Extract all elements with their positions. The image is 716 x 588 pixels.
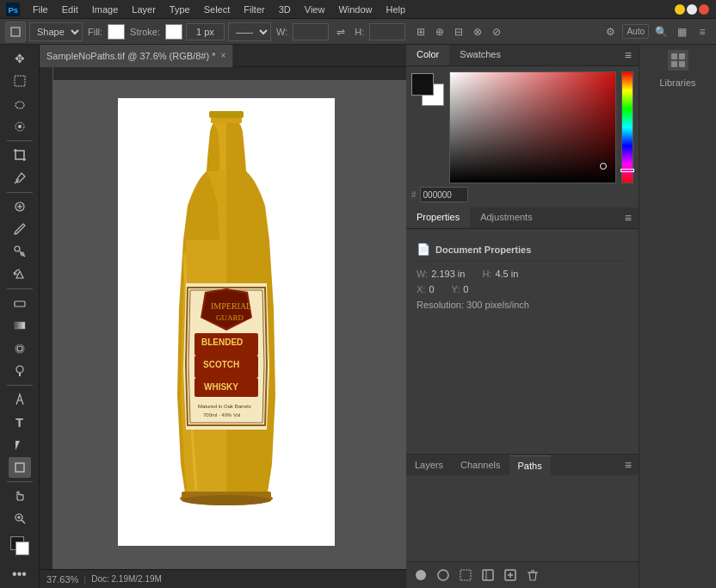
- maximize-btn[interactable]: [687, 4, 697, 15]
- svg-rect-50: [483, 570, 493, 580]
- file-tab[interactable]: SampleNoPaths.tif @ 37.6% (RGB/8#) * ×: [40, 45, 233, 67]
- path-mask-btn[interactable]: [478, 566, 497, 585]
- path-delete-btn[interactable]: [523, 566, 542, 585]
- eyedropper-btn[interactable]: [9, 167, 31, 188]
- combine-btn[interactable]: ⊕: [431, 23, 448, 40]
- workspaces-icon[interactable]: ≡: [694, 23, 711, 40]
- menu-view[interactable]: View: [298, 3, 332, 16]
- tab-color[interactable]: Color: [406, 45, 449, 65]
- y-label: Y:: [452, 284, 460, 294]
- zoom-btn[interactable]: [9, 508, 31, 529]
- minimize-btn[interactable]: [675, 4, 685, 15]
- bottom-panel-menu[interactable]: ≡: [618, 455, 639, 475]
- resolution-value: 300 pixels/inch: [466, 300, 529, 310]
- menu-select[interactable]: Select: [197, 3, 238, 16]
- clone-stamp-btn[interactable]: [9, 241, 31, 262]
- close-btn[interactable]: [699, 4, 709, 15]
- path-fill-btn[interactable]: [411, 566, 430, 585]
- color-panel-menu[interactable]: ≡: [618, 45, 639, 65]
- path-stroke-btn[interactable]: [434, 566, 453, 585]
- shape-tool-btn[interactable]: [9, 457, 31, 478]
- menu-file[interactable]: File: [26, 3, 55, 16]
- color-field[interactable]: [449, 71, 616, 183]
- gradient-btn[interactable]: [9, 315, 31, 336]
- type-btn[interactable]: T: [9, 412, 31, 432]
- menu-window[interactable]: Window: [331, 3, 379, 16]
- lasso-tool-btn[interactable]: [9, 94, 31, 115]
- menu-image[interactable]: Image: [85, 3, 126, 16]
- path-new-btn[interactable]: [501, 566, 520, 585]
- arrange-windows-icon[interactable]: ▦: [673, 23, 690, 40]
- svg-rect-19: [15, 463, 24, 472]
- tools-panel: ✥: [0, 45, 40, 588]
- height-prop: H: 4.5 in: [482, 269, 518, 279]
- blur-btn[interactable]: [9, 337, 31, 358]
- intersect-btn[interactable]: ⊗: [469, 23, 486, 40]
- fill-swatch[interactable]: [108, 24, 125, 40]
- pen-btn[interactable]: [9, 389, 31, 410]
- marquee-tool-btn[interactable]: [9, 71, 31, 91]
- auto-label: Auto: [626, 27, 645, 36]
- tab-adjustments[interactable]: Adjustments: [470, 207, 543, 228]
- subtract-btn[interactable]: ⊟: [450, 23, 467, 40]
- menu-layer[interactable]: Layer: [125, 3, 163, 16]
- svg-point-11: [15, 246, 20, 251]
- bottom-tabs: Layers Channels Paths ≡: [406, 455, 639, 475]
- props-panel-menu[interactable]: ≡: [618, 207, 639, 228]
- stroke-swatch[interactable]: [165, 24, 182, 40]
- link-proportions-icon[interactable]: ⇌: [332, 23, 349, 40]
- quick-select-btn[interactable]: [9, 116, 31, 137]
- path-load-btn[interactable]: [456, 566, 475, 585]
- tab-properties[interactable]: Properties: [406, 207, 470, 228]
- svg-point-17: [16, 366, 23, 373]
- stroke-style-dropdown[interactable]: ——: [228, 22, 271, 41]
- search-icon[interactable]: 🔍: [652, 23, 670, 40]
- width-input[interactable]: 0 px: [293, 23, 329, 40]
- tab-paths[interactable]: Paths: [509, 455, 551, 475]
- auto-arrange[interactable]: Auto: [622, 24, 649, 39]
- color-fg-bg-container: [411, 73, 444, 106]
- hex-input[interactable]: [420, 187, 468, 202]
- height-input[interactable]: 0 px: [369, 23, 405, 40]
- menu-edit[interactable]: Edit: [55, 3, 85, 16]
- eraser-btn[interactable]: [9, 293, 31, 313]
- file-tab-close[interactable]: ×: [220, 51, 225, 60]
- tab-swatches[interactable]: Swatches: [449, 45, 511, 65]
- dodge-btn[interactable]: [9, 361, 31, 381]
- svg-point-4: [15, 102, 24, 108]
- menu-type[interactable]: Type: [163, 3, 197, 16]
- canvas-image[interactable]: IMPERIAL GUARD BLENDED SCOTCH WHISKY Mat…: [118, 98, 335, 546]
- canvas-content[interactable]: IMPERIAL GUARD BLENDED SCOTCH WHISKY Mat…: [40, 67, 406, 569]
- svg-text:700ml · 40% Vol: 700ml · 40% Vol: [203, 412, 240, 418]
- more-tools-btn[interactable]: •••: [9, 564, 31, 585]
- tab-channels[interactable]: Channels: [452, 455, 509, 474]
- canvas-area: SampleNoPaths.tif @ 37.6% (RGB/8#) * ×: [40, 45, 406, 588]
- move-tool-btn[interactable]: ✥: [9, 48, 31, 69]
- props-tabs: Properties Adjustments ≡: [406, 207, 639, 229]
- svg-rect-49: [460, 570, 471, 580]
- menu-3d[interactable]: 3D: [272, 3, 298, 16]
- svg-text:Matured in Oak Barrels: Matured in Oak Barrels: [198, 404, 251, 409]
- tab-layers[interactable]: Layers: [406, 455, 452, 474]
- settings-icon[interactable]: ⚙: [602, 23, 619, 40]
- path-select-btn[interactable]: [9, 435, 31, 455]
- hue-bar[interactable]: [621, 71, 633, 183]
- color-gradient-picker[interactable]: [449, 71, 616, 183]
- crop-tool-btn[interactable]: [9, 145, 31, 165]
- exclude-btn[interactable]: ⊘: [488, 23, 505, 40]
- menu-help[interactable]: Help: [380, 3, 413, 16]
- stroke-width-input[interactable]: [186, 23, 225, 40]
- healing-btn[interactable]: [9, 196, 31, 217]
- hand-btn[interactable]: [9, 486, 31, 506]
- align-btn[interactable]: ⊞: [412, 23, 429, 40]
- svg-point-48: [438, 570, 448, 580]
- history-brush-btn[interactable]: [9, 264, 31, 285]
- color-picker-cursor: [600, 163, 607, 170]
- foreground-color-swatch[interactable]: [411, 73, 434, 96]
- h-value: 4.5 in: [495, 269, 518, 279]
- tool-mode-dropdown[interactable]: Shape: [29, 22, 83, 41]
- brush-btn[interactable]: [9, 219, 31, 239]
- menu-filter[interactable]: Filter: [237, 3, 271, 16]
- background-color[interactable]: [15, 542, 29, 555]
- fg-bg-colors[interactable]: [10, 536, 29, 555]
